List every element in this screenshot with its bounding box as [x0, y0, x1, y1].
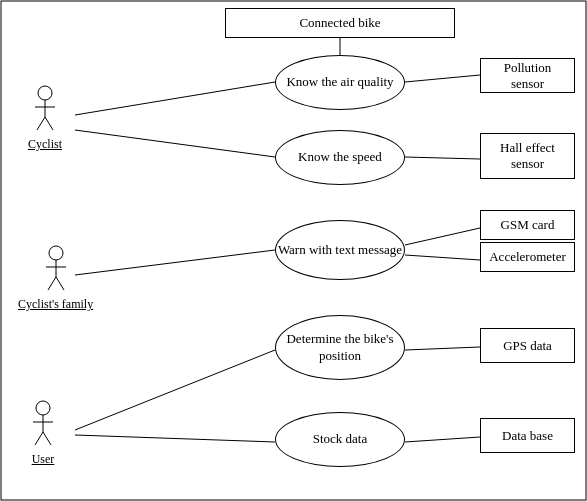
use-case-speed: Know the speed	[275, 130, 405, 185]
component-accelerometer: Accelerometer	[480, 242, 575, 272]
svg-line-11	[405, 437, 480, 442]
system-title-box: Connected bike	[225, 8, 455, 38]
actor-cyclist: Cyclist	[28, 85, 62, 152]
svg-line-3	[75, 250, 275, 275]
use-case-stock: Stock data	[275, 412, 405, 467]
svg-line-26	[35, 432, 43, 445]
svg-line-21	[48, 277, 56, 290]
diagram: Connected bike Know the air quality Know…	[0, 0, 587, 501]
actor-user: User	[28, 400, 58, 467]
svg-line-10	[405, 347, 480, 350]
actor-family: Cyclist's family	[18, 245, 93, 312]
svg-line-22	[56, 277, 64, 290]
svg-point-23	[36, 401, 50, 415]
use-case-text-message: Warn with text message	[275, 220, 405, 280]
svg-line-2	[75, 130, 275, 157]
svg-line-8	[405, 228, 480, 245]
svg-line-17	[45, 117, 53, 130]
svg-point-18	[49, 246, 63, 260]
svg-line-27	[43, 432, 51, 445]
component-pollution-sensor: Pollution sensor	[480, 58, 575, 93]
svg-line-6	[405, 75, 480, 82]
component-gsm: GSM card	[480, 210, 575, 240]
svg-line-4	[75, 350, 275, 430]
svg-line-7	[405, 157, 480, 159]
use-case-air-quality: Know the air quality	[275, 55, 405, 110]
component-database: Data base	[480, 418, 575, 453]
svg-point-13	[38, 86, 52, 100]
svg-line-5	[75, 435, 275, 442]
user-stick-figure	[28, 400, 58, 450]
use-case-position: Determine the bike's position	[275, 315, 405, 380]
actor-family-label: Cyclist's family	[18, 297, 93, 312]
svg-line-16	[37, 117, 45, 130]
actor-user-label: User	[32, 452, 55, 467]
family-stick-figure	[41, 245, 71, 295]
system-title: Connected bike	[299, 15, 380, 31]
cyclist-stick-figure	[30, 85, 60, 135]
svg-line-9	[405, 255, 480, 260]
component-hall-effect: Hall effect sensor	[480, 133, 575, 179]
actor-cyclist-label: Cyclist	[28, 137, 62, 152]
component-gps: GPS data	[480, 328, 575, 363]
svg-line-1	[75, 82, 275, 115]
